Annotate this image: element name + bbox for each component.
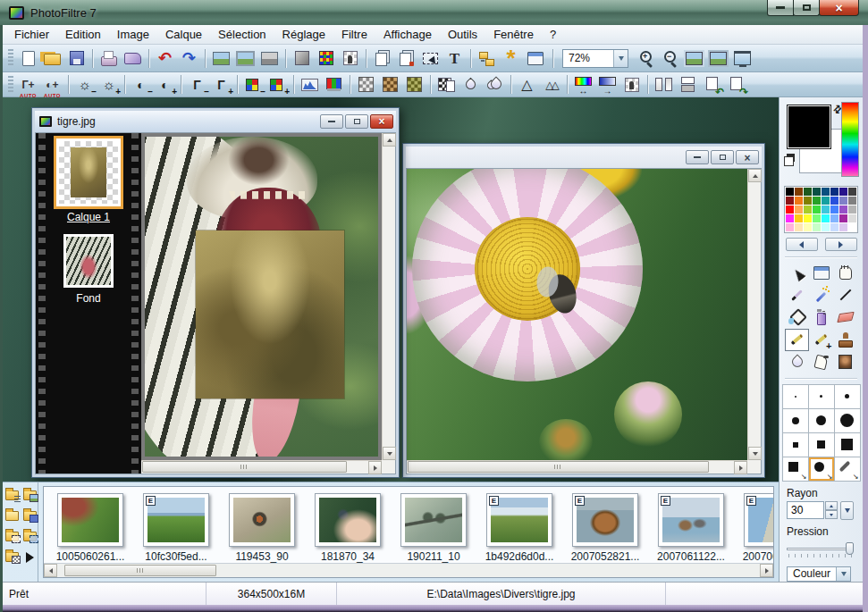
layer-item-fond[interactable] [63,234,114,288]
vertical-scrollbar[interactable] [382,133,395,460]
couleur-dropdown[interactable]: Couleur [787,566,851,582]
layer-label[interactable]: Fond [76,292,100,305]
undo-button[interactable]: ↶ [153,47,177,70]
palette-color[interactable] [795,197,803,205]
palette-color[interactable] [813,197,821,205]
foreground-color-swatch[interactable] [787,105,831,149]
folder-save-button[interactable] [21,509,39,523]
palette-color[interactable] [804,205,812,214]
duplicate-special-button[interactable] [394,47,418,70]
close-button[interactable] [819,0,859,16]
palette-color[interactable] [804,223,812,231]
layer-label[interactable]: Calque 1 [67,211,110,223]
flower-window-titlebar[interactable] [406,147,762,168]
folder-open-button[interactable] [5,509,19,523]
rayon-decrease-button[interactable] [825,510,838,519]
brush-custom-round[interactable] [809,457,834,481]
pattern-fine-button[interactable] [354,74,378,95]
photomask-button[interactable] [434,74,459,95]
thumbnail-item[interactable]: E2007061122... [655,493,727,563]
palette-color[interactable] [813,214,821,222]
automate-button[interactable]: * [499,47,523,70]
horizontal-scrollbar[interactable] [407,460,747,474]
menu-selection[interactable]: Sélection [210,25,274,44]
palette-color[interactable] [786,197,794,205]
palette-color[interactable] [848,197,856,205]
tool-eraser[interactable] [833,306,857,329]
folder-pattern-button[interactable] [5,550,19,564]
scroll-right-button[interactable] [368,461,382,474]
tiger-image-canvas[interactable] [145,137,378,457]
full-screen-button[interactable] [730,47,754,70]
menu-affichage[interactable]: Affichage [375,25,440,44]
palette-color[interactable] [804,197,812,205]
rayon-input[interactable] [787,501,824,519]
rayon-increase-button[interactable] [825,501,838,510]
tool-magic-wand[interactable] [809,284,833,306]
scrollbar-track[interactable] [141,461,368,474]
menu-fichier[interactable]: Fichier [6,25,57,44]
blur-button[interactable] [459,74,483,95]
sharpen-button[interactable]: △ [515,74,539,95]
palette-color[interactable] [786,214,794,222]
palette-color[interactable] [786,223,794,231]
rainbow-color-strip[interactable] [841,102,859,177]
palette-color[interactable] [830,205,839,214]
folder-selection-alt-button[interactable] [21,530,39,543]
rayon-dropdown-button[interactable] [840,501,854,520]
maximize-button[interactable] [793,0,820,16]
thumbnail-item[interactable]: E10fc30f5ed... [140,493,212,563]
scrollbar-track[interactable] [407,461,734,474]
palette-color[interactable] [822,205,830,214]
doc-restore-button[interactable] [345,114,368,129]
horizontal-scrollbar[interactable] [141,460,382,474]
menu-calque[interactable]: Calque [157,25,210,44]
brush-custom-square[interactable] [783,457,808,481]
title-bar[interactable]: PhotoFiltre 7 [0,0,868,25]
saturation-plus-button[interactable]: + [265,74,290,95]
pattern-coarse-button[interactable] [378,74,402,95]
new-file-button[interactable] [16,47,40,70]
palette-color[interactable] [822,223,830,231]
brush-point-large[interactable] [835,385,860,408]
palette-color[interactable] [813,205,821,214]
transparent-color-button[interactable] [619,74,644,95]
grayscale-button[interactable] [290,47,314,70]
scroll-right-button[interactable] [734,461,747,474]
zoom-combobox[interactable]: 72% [562,49,628,68]
zoom-fit-button[interactable] [682,47,706,70]
scroll-right-button[interactable] [760,564,773,577]
mirror-button[interactable] [652,74,676,95]
tigre-document-window[interactable]: tigre.jpg [31,107,400,478]
duplicate-button[interactable] [370,47,394,70]
thumbnail-item[interactable]: 119453_90 [226,493,298,563]
palette-color[interactable] [795,205,803,214]
palette-color[interactable] [813,188,821,196]
palette-color[interactable] [822,188,830,196]
gamma-minus-button[interactable]: Γ− [185,74,209,95]
palette-color[interactable] [795,188,803,196]
tool-selection-arrow[interactable] [785,262,809,284]
gamma-plus-button[interactable]: Γ+ [209,74,233,95]
brush-point-small[interactable] [783,385,808,408]
tool-smudge[interactable] [809,351,833,373]
histogram-button[interactable] [298,74,322,95]
folder-tree-button[interactable] [5,489,19,502]
select-all-button[interactable] [418,47,442,70]
doc-minimize-button[interactable] [320,114,343,129]
menu-fenetre[interactable]: Fenêtre [485,25,542,44]
thumbnail-item[interactable]: 190211_10 [398,493,469,563]
vertical-scrollbar[interactable] [747,169,761,460]
palette-color[interactable] [839,223,847,231]
pression-slider[interactable] [787,541,854,552]
palette-color[interactable] [839,214,847,222]
palette-color[interactable] [804,188,812,196]
zoom-auto-button[interactable] [706,47,730,70]
redo-button[interactable]: ↷ [177,47,201,70]
auto-levels-button[interactable]: Γ+AUTO [16,74,40,95]
palette-color[interactable] [786,188,794,196]
scrollbar-track[interactable] [57,564,760,577]
palette-color[interactable] [813,223,821,231]
play-arrow-button[interactable] [21,550,39,564]
thumbnail-item[interactable]: E1b492d6d0d... [484,493,555,563]
